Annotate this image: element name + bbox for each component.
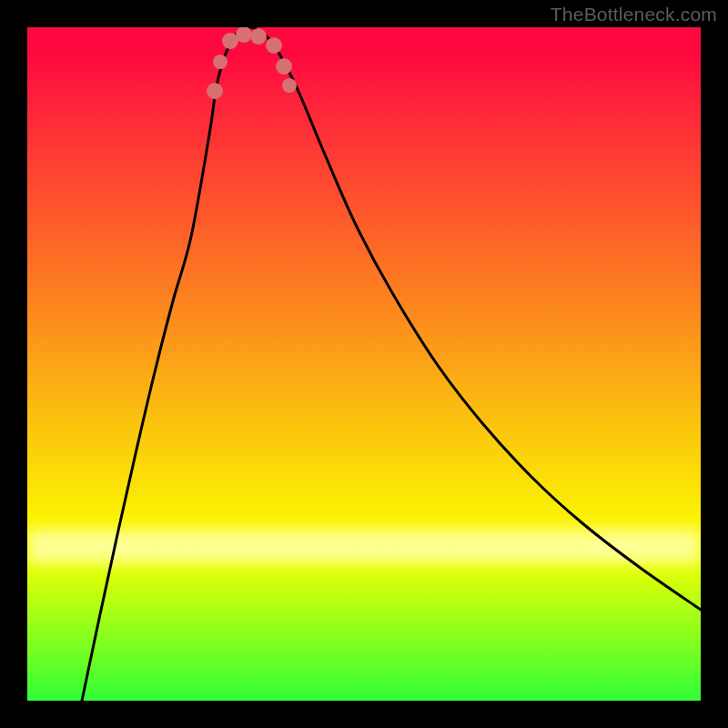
watermark-text: TheBottleneck.com	[551, 4, 717, 25]
bottleneck-curve	[82, 27, 701, 701]
curve-marker	[282, 78, 297, 93]
curve-marker	[266, 37, 282, 54]
plot-area	[27, 27, 701, 701]
curve-marker	[213, 55, 228, 69]
curve-layer	[27, 27, 701, 701]
chart-frame: TheBottleneck.com	[0, 0, 728, 728]
curve-marker	[207, 83, 223, 99]
curve-marker	[276, 58, 292, 75]
curve-marker	[250, 28, 267, 45]
curve-markers	[207, 27, 297, 99]
